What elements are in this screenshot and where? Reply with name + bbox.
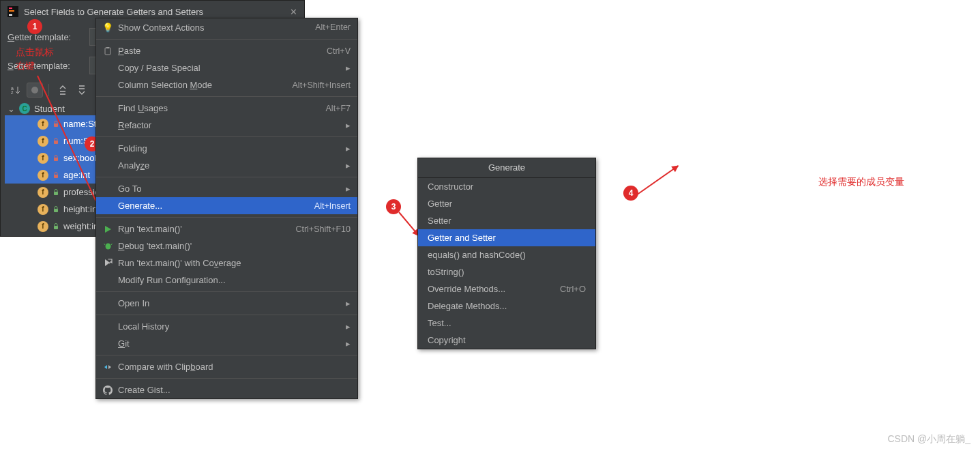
submenu-arrow-icon: ▸	[341, 120, 351, 130]
sort-az-icon[interactable]: az	[8, 83, 24, 98]
svg-rect-7	[9, 10, 14, 12]
generate-item-copyright[interactable]: Copyright	[418, 332, 595, 349]
menu-label: Show Context Actions	[115, 23, 315, 33]
caret-down-icon: ⌄	[8, 104, 15, 114]
svg-rect-6	[9, 8, 12, 9]
svg-line-3	[104, 244, 105, 245]
menu-label: Find Usages	[115, 103, 326, 113]
menu-label: Run 'text.main()'	[115, 224, 295, 234]
menu-item-generate[interactable]: Generate... Alt+Insert	[96, 197, 357, 214]
menu-item-paste[interactable]: Paste Ctrl+V	[96, 42, 357, 59]
menu-item-goto[interactable]: Go To ▸	[96, 180, 357, 197]
menu-shortcut: Alt+Insert	[314, 201, 351, 211]
generate-item-test[interactable]: Test...	[418, 315, 595, 332]
menu-item-create-gist[interactable]: Create Gist...	[96, 381, 357, 398]
generate-title: Generate	[418, 158, 595, 178]
menu-item-open-in[interactable]: Open In ▸	[96, 295, 357, 312]
lock-package-icon	[53, 206, 59, 213]
menu-label: Create Gist...	[115, 385, 351, 395]
menu-label: Analyze	[115, 160, 341, 171]
watermark: CSDN @小周在躺_	[887, 433, 970, 446]
lock-package-icon	[53, 223, 59, 230]
svg-rect-18	[54, 226, 58, 229]
field-badge-icon: f	[38, 170, 48, 181]
menu-label: Refactor	[115, 120, 341, 130]
run-icon	[100, 225, 115, 233]
menu-label: Column Selection Mode	[115, 80, 293, 90]
field-badge-icon: f	[38, 187, 48, 198]
field-label: height:int	[63, 204, 100, 214]
generate-item-getter-setter[interactable]: Getter and Setter	[418, 229, 595, 246]
class-badge-icon: C	[19, 103, 30, 114]
menu-separator	[96, 39, 357, 40]
menu-item-refactor[interactable]: Refactor ▸	[96, 117, 357, 134]
submenu-arrow-icon: ▸	[341, 321, 351, 332]
menu-item-git[interactable]: Git ▸	[96, 335, 357, 352]
svg-text:z: z	[11, 90, 14, 95]
svg-rect-0	[105, 48, 110, 55]
field-badge-icon: f	[38, 204, 48, 215]
menu-item-column-selection[interactable]: Column Selection Mode Alt+Shift+Insert	[96, 76, 357, 93]
menu-shortcut: Alt+F7	[326, 104, 351, 113]
menu-item-find-usages[interactable]: Find Usages Alt+F7	[96, 100, 357, 117]
menu-shortcut: Alt+Shift+Insert	[293, 81, 351, 90]
generate-item-override[interactable]: Override Methods...Ctrl+O	[418, 280, 595, 297]
menu-label: Modify Run Configuration...	[115, 275, 351, 285]
annotation-arrow-4	[636, 165, 679, 196]
menu-item-run-coverage[interactable]: Run 'text.main()' with Coverage	[96, 254, 357, 272]
menu-item-analyze[interactable]: Analyze ▸	[96, 157, 357, 174]
generate-item-constructor[interactable]: Constructor	[418, 178, 595, 195]
coverage-icon	[100, 259, 115, 267]
menu-item-local-history[interactable]: Local History ▸	[96, 318, 357, 335]
menu-item-folding[interactable]: Folding ▸	[96, 140, 357, 157]
svg-line-4	[111, 244, 113, 245]
svg-point-2	[105, 244, 110, 250]
menu-item-run[interactable]: Run 'text.main()' Ctrl+Shift+F10	[96, 220, 357, 237]
menu-separator	[96, 136, 357, 137]
menu-item-show-context[interactable]: 💡 Show Context Actions Alt+Enter	[96, 18, 357, 36]
field-badge-icon: f	[38, 136, 48, 147]
submenu-arrow-icon: ▸	[341, 63, 351, 73]
menu-label: Git	[115, 338, 341, 349]
submenu-arrow-icon: ▸	[341, 143, 351, 154]
lightbulb-icon: 💡	[100, 23, 115, 33]
svg-rect-16	[54, 192, 58, 195]
svg-rect-13	[54, 141, 58, 144]
collapse-all-icon[interactable]	[74, 83, 90, 98]
field-badge-icon: f	[38, 119, 48, 130]
generate-item-getter[interactable]: Getter	[418, 195, 595, 212]
menu-item-compare-clipboard[interactable]: Compare with Clipboard	[96, 358, 357, 375]
diff-icon	[100, 362, 115, 372]
generate-popup: Generate Constructor Getter Setter Gette…	[417, 158, 596, 349]
menu-label: Compare with Clipboard	[115, 362, 351, 372]
menu-separator	[96, 378, 357, 379]
field-badge-icon: f	[38, 221, 48, 232]
generate-item-setter[interactable]: Setter	[418, 212, 595, 229]
close-icon[interactable]: ✕	[290, 7, 297, 17]
lock-private-icon	[53, 155, 59, 162]
submenu-arrow-icon: ▸	[341, 160, 351, 171]
menu-label: Open In	[115, 298, 341, 308]
getter-template-label: Getter template:	[8, 32, 84, 42]
generate-item-tostring[interactable]: toString()	[418, 263, 595, 280]
menu-label: Paste	[115, 46, 327, 56]
lock-private-icon	[53, 138, 59, 145]
bug-icon	[100, 242, 115, 250]
svg-rect-8	[9, 14, 12, 16]
menu-item-copy-paste-special[interactable]: Copy / Paste Special ▸	[96, 59, 357, 76]
menu-item-debug[interactable]: Debug 'text.main()'	[96, 237, 357, 254]
expand-all-icon[interactable]	[55, 83, 71, 98]
menu-item-modify-run-config[interactable]: Modify Run Configuration...	[96, 272, 357, 289]
toolbar-separator	[48, 84, 49, 96]
generate-item-equals-hashcode[interactable]: equals() and hashCode()	[418, 246, 595, 263]
intellij-icon	[8, 6, 18, 17]
annotation-text-select-members: 选择需要的成员变量	[818, 176, 904, 188]
submenu-arrow-icon: ▸	[341, 298, 351, 308]
submenu-arrow-icon: ▸	[341, 184, 351, 194]
menu-label: Go To	[115, 184, 341, 194]
field-badge-icon: f	[38, 153, 48, 164]
svg-rect-17	[54, 209, 58, 212]
annotation-badge-4: 4	[623, 186, 638, 201]
lock-private-icon	[53, 172, 59, 179]
generate-item-delegate[interactable]: Delegate Methods...	[418, 297, 595, 315]
